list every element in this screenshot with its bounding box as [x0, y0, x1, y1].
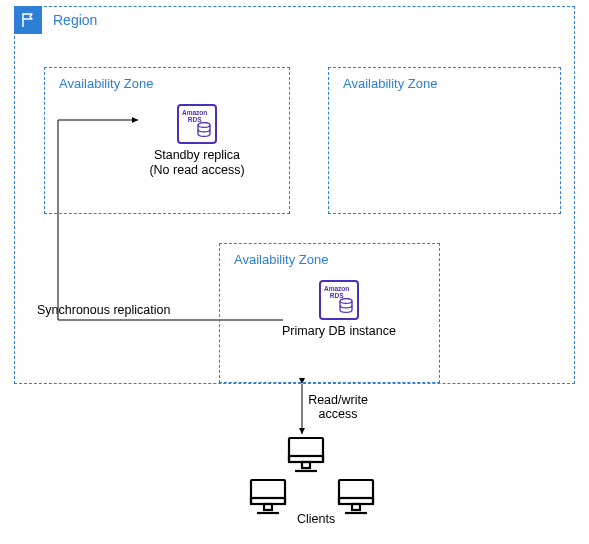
flag-icon — [14, 6, 42, 34]
svg-rect-11 — [339, 480, 373, 504]
primary-label: Primary DB instance — [282, 324, 396, 339]
synchronous-replication-label: Synchronous replication — [37, 303, 170, 317]
standby-label: Standby replica (No read access) — [149, 148, 244, 178]
computer-icon — [247, 476, 289, 518]
svg-rect-7 — [251, 480, 285, 504]
svg-rect-13 — [352, 504, 360, 510]
standby-replica-node: Amazon RDS Standby replica (No read acce… — [145, 104, 249, 178]
rds-icon: Amazon RDS — [177, 104, 217, 144]
rds-icon-text-top: Amazon — [324, 285, 349, 292]
clients-group: Clients — [237, 432, 387, 542]
svg-rect-9 — [264, 504, 272, 510]
svg-point-1 — [198, 123, 210, 128]
availability-zone-2: Availability Zone — [328, 67, 561, 214]
svg-rect-3 — [289, 438, 323, 462]
region-box: Region Availability Zone Amazon RDS Stan… — [14, 6, 575, 384]
svg-rect-5 — [302, 462, 310, 468]
svg-point-2 — [340, 299, 352, 304]
computer-icon — [335, 476, 377, 518]
rds-icon: Amazon RDS — [319, 280, 359, 320]
az2-label: Availability Zone — [343, 76, 437, 91]
database-icon — [197, 122, 211, 138]
az1-label: Availability Zone — [59, 76, 153, 91]
clients-label: Clients — [297, 512, 335, 526]
region-label: Region — [53, 12, 97, 28]
az3-label: Availability Zone — [234, 252, 328, 267]
availability-zone-3: Availability Zone Amazon RDS Primary DB … — [219, 243, 440, 383]
computer-icon — [285, 434, 327, 476]
rds-icon-text-top: Amazon — [182, 109, 207, 116]
database-icon — [339, 298, 353, 314]
availability-zone-1: Availability Zone Amazon RDS Standby rep… — [44, 67, 290, 214]
primary-db-node: Amazon RDS Primary DB instance — [279, 280, 399, 339]
read-write-access-label: Read/write access — [303, 393, 373, 421]
